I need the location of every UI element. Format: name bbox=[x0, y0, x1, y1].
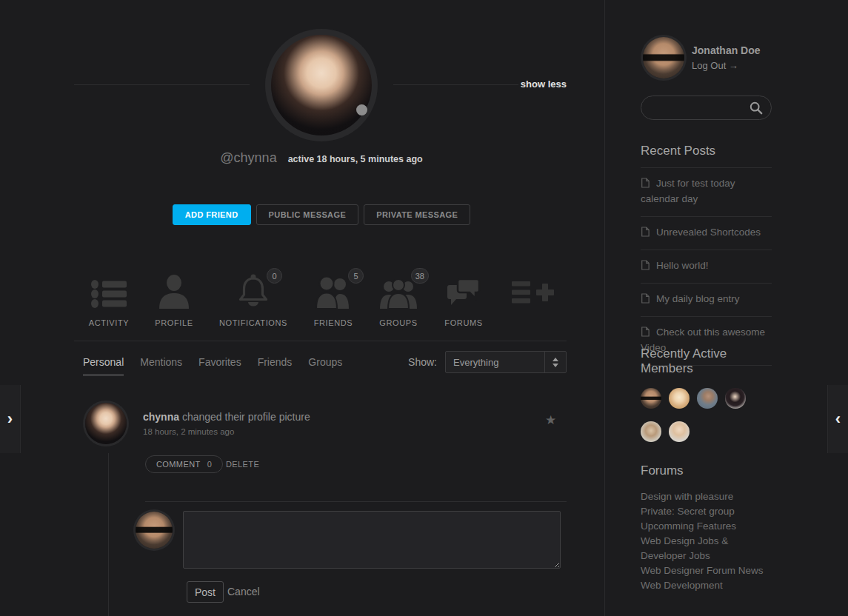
select-stepper-icon bbox=[544, 352, 566, 372]
nav-item-add-list[interactable] bbox=[489, 270, 578, 307]
recent-post-item[interactable]: Hello world! bbox=[641, 250, 772, 284]
friends-icon bbox=[315, 276, 352, 312]
show-filter-select[interactable]: Everything bbox=[445, 351, 567, 373]
profile-avatar bbox=[271, 35, 372, 135]
active-members-title: Recently Active Members bbox=[641, 346, 772, 376]
show-filter-label: Show: bbox=[408, 356, 437, 368]
nav-label: FORUMS bbox=[444, 318, 482, 327]
show-less-link[interactable]: show less bbox=[444, 78, 567, 90]
nav-label: ACTIVITY bbox=[89, 318, 129, 327]
post-button[interactable]: Post bbox=[187, 581, 224, 603]
activity-thread-line bbox=[108, 453, 109, 616]
sidebar-divider bbox=[604, 0, 605, 616]
search-icon[interactable] bbox=[749, 101, 763, 115]
recent-post-item[interactable]: My daily blog entry bbox=[641, 284, 772, 317]
bell-icon bbox=[236, 273, 270, 312]
comment-button[interactable]: COMMENT 0 bbox=[145, 455, 223, 473]
logout-link[interactable]: Log Out → bbox=[692, 60, 738, 71]
recent-posts-list: Just for test today calendar day Unrevea… bbox=[641, 168, 772, 366]
forum-item[interactable]: Private: Secret group bbox=[641, 504, 772, 519]
forum-item[interactable]: Web Designer Forum News bbox=[641, 563, 772, 578]
chevron-left-icon: ‹ bbox=[835, 411, 841, 427]
active-members-grid bbox=[641, 388, 759, 442]
nav-item-profile[interactable]: PROFILE bbox=[130, 270, 218, 327]
private-message-button[interactable]: PRIVATE MESSAGE bbox=[364, 204, 470, 225]
document-icon bbox=[641, 260, 650, 270]
delete-button[interactable]: DELETE bbox=[226, 460, 259, 469]
member-avatar[interactable] bbox=[641, 421, 661, 442]
nav-item-notifications[interactable]: 0 NOTIFICATIONS bbox=[209, 270, 298, 327]
add-friend-button[interactable]: ADD FRIEND bbox=[173, 204, 251, 225]
activity-list-icon bbox=[91, 279, 127, 312]
sidebar-user-avatar[interactable] bbox=[643, 37, 684, 78]
activity-timestamp: 18 hours, 2 minutes ago bbox=[143, 427, 234, 436]
recent-post-item[interactable]: Unrevealed Shortcodes bbox=[641, 217, 772, 250]
comment-count: 0 bbox=[207, 460, 213, 469]
person-icon bbox=[158, 275, 190, 312]
forum-item[interactable]: Design with pleasure bbox=[641, 489, 772, 504]
forums-chat-icon bbox=[447, 278, 481, 312]
document-icon bbox=[641, 327, 650, 337]
recent-posts-widget: Recent Posts Just for test today calenda… bbox=[641, 144, 772, 366]
recent-posts-title: Recent Posts bbox=[641, 144, 772, 168]
forums-list: Design with pleasure Private: Secret gro… bbox=[641, 489, 772, 593]
groups-icon bbox=[380, 279, 417, 312]
status-dot bbox=[356, 104, 367, 116]
forums-title: Forums bbox=[641, 463, 772, 478]
left-panel-toggle[interactable]: › bbox=[0, 385, 21, 453]
nav-label: NOTIFICATIONS bbox=[219, 318, 287, 327]
profile-avatar-ring bbox=[265, 29, 378, 141]
chevron-right-icon: › bbox=[7, 411, 13, 427]
cancel-link[interactable]: Cancel bbox=[227, 586, 260, 597]
search-input[interactable] bbox=[641, 102, 749, 113]
active-members-widget: Recently Active Members bbox=[641, 346, 772, 442]
comment-form-avatar bbox=[136, 512, 173, 549]
sidebar-user-name: Jonathan Doe bbox=[692, 44, 761, 56]
forum-item[interactable]: Web Development bbox=[641, 578, 772, 593]
nav-label: FRIENDS bbox=[314, 318, 353, 327]
member-avatar[interactable] bbox=[697, 388, 718, 409]
document-icon bbox=[641, 178, 650, 188]
member-avatar[interactable] bbox=[669, 421, 690, 442]
forum-item[interactable]: Web Design Jobs & Developer Jobs bbox=[641, 534, 772, 563]
activity-action: changed their profile picture bbox=[182, 411, 310, 423]
nav-label: GROUPS bbox=[379, 318, 417, 327]
comment-form-divider bbox=[145, 501, 567, 502]
header-line-left bbox=[74, 84, 250, 85]
activity-user-link[interactable]: chynna bbox=[143, 411, 179, 423]
profile-username: @chynna bbox=[220, 150, 276, 166]
comment-input[interactable] bbox=[183, 511, 561, 569]
forums-widget: Forums Design with pleasure Private: Sec… bbox=[641, 463, 772, 593]
member-avatar[interactable] bbox=[641, 388, 661, 409]
activity-user-avatar[interactable] bbox=[85, 403, 127, 444]
recent-post-item[interactable]: Just for test today calendar day bbox=[641, 168, 772, 217]
nav-label: PROFILE bbox=[155, 318, 193, 327]
list-plus-icon bbox=[512, 281, 555, 307]
search-box bbox=[641, 96, 772, 120]
document-icon bbox=[641, 227, 650, 237]
notifications-badge: 0 bbox=[267, 268, 282, 284]
document-icon bbox=[641, 293, 650, 304]
nav-divider bbox=[74, 341, 567, 341]
comment-label: COMMENT bbox=[156, 460, 201, 469]
right-panel-toggle[interactable]: ‹ bbox=[827, 385, 848, 453]
profile-active-status: active 18 hours, 5 minutes ago bbox=[288, 154, 423, 164]
show-filter-value: Everything bbox=[446, 357, 544, 368]
favorite-star-icon[interactable]: ★ bbox=[545, 412, 556, 428]
activity-text: chynna changed their profile picture bbox=[143, 411, 310, 423]
forum-item[interactable]: Upcomming Features bbox=[641, 519, 772, 534]
public-message-button[interactable]: PUBLIC MESSAGE bbox=[256, 204, 359, 225]
member-avatar[interactable] bbox=[669, 388, 690, 409]
member-avatar[interactable] bbox=[725, 388, 746, 409]
